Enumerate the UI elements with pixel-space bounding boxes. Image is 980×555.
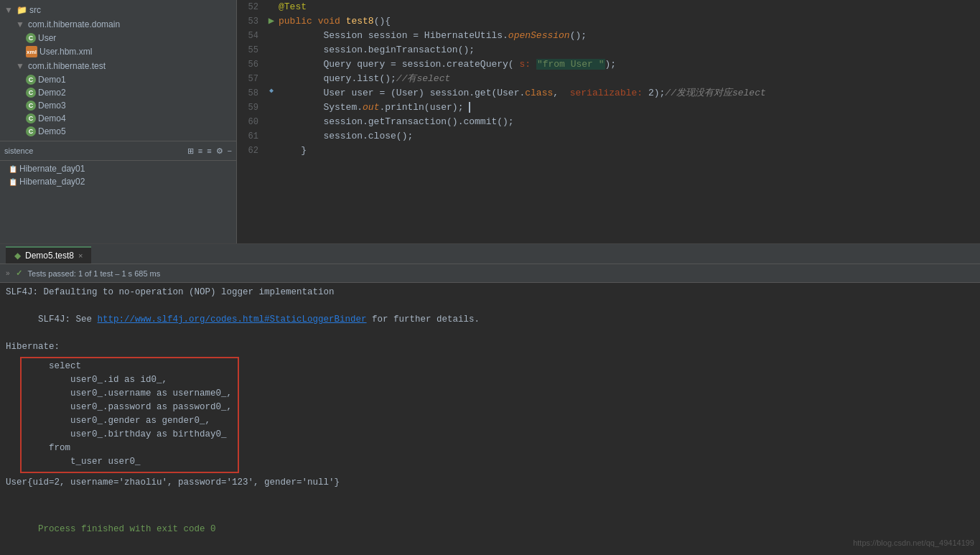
demo3-label: Demo3 — [38, 101, 66, 111]
sidebar-item-hibernate-day01[interactable]: 📋 Hibernate_day01 — [0, 162, 236, 175]
gutter-58: ◆ — [264, 86, 279, 95]
sidebar-item-user-hbm[interactable]: xml User.hbm.xml — [0, 45, 236, 59]
code-line-62: 62 } — [237, 144, 980, 158]
process-done-text: Process finished with exit code 0 — [38, 524, 216, 534]
kw-class: class — [525, 88, 553, 98]
demo2-label: Demo2 — [38, 88, 66, 98]
tab-label: Demo5.test8 — [25, 251, 74, 261]
console-output[interactable]: SLF4J: Defaulting to no-operation (NOP) … — [0, 283, 980, 555]
sidebar-item-demo2[interactable]: C Demo2 — [0, 86, 236, 99]
class-icon: C — [26, 33, 36, 43]
sidebar-item-more[interactable]: C Demo5 — [0, 125, 236, 138]
code-line-55: 55 session.beginTransaction(); — [237, 43, 980, 57]
line-num-56: 56 — [237, 57, 264, 72]
toolbar-icon-minus[interactable]: − — [228, 146, 232, 155]
projects-list: 📋 Hibernate_day01 📋 Hibernate_day02 — [0, 161, 236, 190]
slf4j-link[interactable]: http://www.slf4j.org/codes.html#StaticLo… — [98, 314, 367, 325]
sql-from: from — [27, 442, 232, 455]
src-label: src — [29, 5, 41, 15]
line-num-62: 62 — [237, 144, 264, 158]
code-lines: 52 @Test 53 ▶ public void test8(){ 54 Se… — [237, 0, 980, 158]
console-line-1: SLF4J: Defaulting to no-operation (NOP) … — [6, 286, 974, 299]
sql-col-birthday: user0_.birthday as birthday0_ — [27, 428, 232, 442]
folder-icon: ▼ — [3, 4, 14, 16]
toolbar-icon-settings[interactable]: ⚙ — [216, 146, 223, 156]
url-hint: https://blog.csdn.net/qq_49414199 — [853, 536, 974, 550]
console-line-2: SLF4J: See http://www.slf4j.org/codes.ht… — [6, 299, 974, 340]
line-content-56: Query query = session.createQuery( s: "f… — [279, 57, 980, 72]
slf4j-post: for further details. — [367, 314, 480, 325]
line-content-53: public void test8(){ — [279, 14, 980, 29]
kw-public: public — [279, 16, 312, 27]
line-num-60: 60 — [237, 115, 264, 129]
code-line-54: 54 Session session = HibernateUtils.open… — [237, 29, 980, 43]
param-s: s: — [519, 59, 531, 70]
sidebar-item-hibernate-day02[interactable]: 📋 Hibernate_day02 — [0, 175, 236, 188]
tab-demo5-test8[interactable]: ◆ Demo5.test8 × — [6, 246, 91, 263]
annotation-test: @Test — [279, 1, 307, 12]
line-num-52: 52 — [237, 0, 264, 14]
line-num-61: 61 — [237, 129, 264, 144]
process-done-line: Process finished with exit code 0 https:… — [6, 509, 974, 555]
class-icon-demo3: C — [26, 101, 36, 111]
fn-test8: test8 — [346, 16, 374, 27]
src-folder-icon: 📁 — [17, 5, 27, 15]
code-line-52: 52 @Test — [237, 0, 980, 14]
bottom-panel: » ✓ Tests passed: 1 of 1 test – 1 s 685 … — [0, 264, 980, 555]
sidebar-item-demo3[interactable]: C Demo3 — [0, 99, 236, 112]
line-num-58: 58 — [237, 86, 264, 101]
sql-col-id: user0_.id as id0_, — [27, 373, 232, 387]
sidebar-item-src[interactable]: ▼ 📁 src — [0, 3, 236, 17]
class-icon-more: C — [26, 126, 36, 136]
sql-select: select — [27, 360, 232, 373]
kw-void: void — [318, 16, 340, 27]
code-line-57: 57 query.list();//有select — [237, 72, 980, 86]
line-content-59: System.out.println(user); — [279, 101, 980, 115]
slf4j-see-pre: SLF4J: See — [38, 314, 98, 325]
sql-col-gender: user0_.gender as gender0_, — [27, 414, 232, 428]
tab-close-button[interactable]: × — [78, 251, 83, 260]
sql-box-outer: select user0_.id as id0_, user0_.usernam… — [6, 355, 974, 475]
code-line-56: 56 Query query = session.createQuery( s:… — [237, 57, 980, 72]
xml-icon: xml — [26, 46, 37, 57]
line-num-53: 53 — [237, 14, 264, 29]
line-content-57: query.list();//有select — [279, 72, 980, 86]
sidebar-item-user-class[interactable]: C User — [0, 32, 236, 45]
blank-line — [6, 490, 974, 503]
tab-bar: ◆ Demo5.test8 × — [0, 244, 980, 264]
test-package-label: com.it.hibernate.test — [28, 61, 106, 71]
open-session: openSession — [508, 30, 570, 41]
user-class-label: User — [38, 33, 56, 43]
line-num-54: 54 — [237, 29, 264, 43]
top-section: ▼ 📁 src ▼ com.it.hibernate.domain C User… — [0, 0, 980, 244]
persistence-label: sistence — [4, 146, 33, 155]
sidebar-item-domain[interactable]: ▼ com.it.hibernate.domain — [0, 17, 236, 32]
code-line-59: 59 System.out.println(user); — [237, 101, 980, 115]
from-user-str: "from User " — [536, 59, 605, 70]
result-line: User{uid=2, username='zhaoliu', password… — [6, 476, 974, 490]
line-content-62: } — [279, 144, 980, 158]
sidebar-item-demo1[interactable]: C Demo1 — [0, 73, 236, 86]
sql-box: select user0_.id as id0_, user0_.usernam… — [20, 357, 239, 473]
sql-col-username: user0_.username as username0_, — [27, 387, 232, 401]
toolbar-icon-list2[interactable]: ≡ — [207, 146, 211, 155]
chevron-right-icon[interactable]: » — [6, 269, 10, 277]
bookmark-icon[interactable]: ◆ — [269, 86, 274, 95]
code-line-60: 60 session.getTransaction().commit(); — [237, 115, 980, 129]
sidebar-item-test[interactable]: ▼ com.it.hibernate.test — [0, 59, 236, 73]
line-content-61: session.close(); — [279, 129, 980, 144]
sidebar-item-demo4[interactable]: C Demo4 — [0, 112, 236, 125]
line-content-60: session.getTransaction().commit(); — [279, 115, 980, 129]
run-icon[interactable]: ▶ — [269, 14, 274, 27]
param-serializable: serializable: — [570, 88, 643, 98]
user-hbm-label: User.hbm.xml — [39, 47, 92, 57]
sidebar: ▼ 📁 src ▼ com.it.hibernate.domain C User… — [0, 0, 237, 243]
chevron-down-icon: ▼ — [14, 19, 26, 30]
pass-text: Tests passed: 1 of 1 test – 1 s 685 ms — [28, 269, 161, 278]
toolbar-icon-list[interactable]: ≡ — [198, 146, 202, 155]
comment-57: //有select — [396, 73, 450, 84]
toolbar-icon-grid[interactable]: ⊞ — [187, 146, 194, 156]
class-icon-demo4: C — [26, 113, 36, 123]
console-line-hibernate: Hibernate: — [6, 340, 974, 354]
h2-icon: 📋 — [9, 178, 17, 186]
